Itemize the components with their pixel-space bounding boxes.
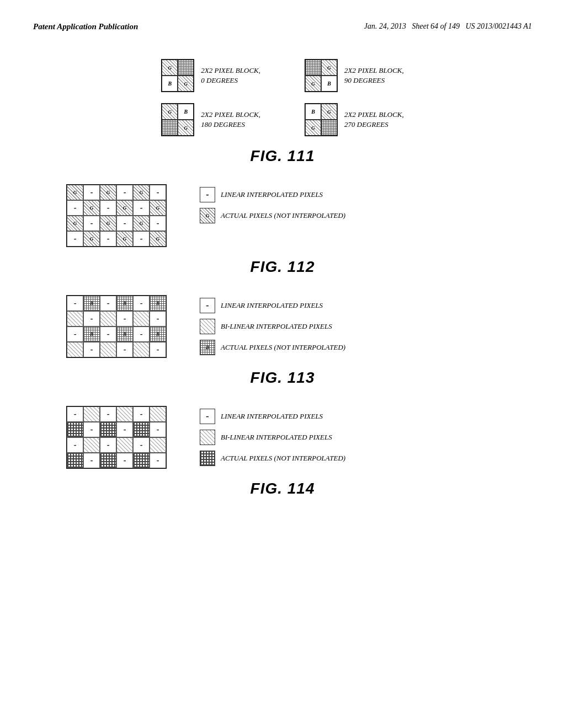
cell-tl-180: G bbox=[162, 104, 178, 120]
cell-tl: G bbox=[162, 60, 178, 76]
pixel-block-180deg-grid: G B G bbox=[161, 103, 194, 136]
pg-cell bbox=[67, 311, 83, 326]
fig111-caption: FIG. 111 bbox=[33, 147, 532, 165]
legend-text-actual-r: ACTUAL PIXELS (NOT INTERPOLATED) bbox=[221, 454, 345, 463]
legend-item-bilinear: BI-LINEAR INTERPOLATED PIXELS bbox=[200, 319, 345, 334]
pg-cell: - bbox=[67, 296, 83, 311]
pg-cell: - bbox=[100, 231, 116, 247]
pg-cell: - bbox=[67, 326, 83, 342]
pg-cell: - bbox=[116, 185, 133, 200]
legend-text-dash: LINEAR INTERPOLATED PIXELS bbox=[221, 301, 323, 310]
pg-cell: - bbox=[83, 311, 100, 326]
header-info: Jan. 24, 2013 Sheet 64 of 149 US 2013/00… bbox=[364, 22, 532, 31]
header-date: Jan. 24, 2013 bbox=[364, 22, 406, 30]
pg-cell bbox=[100, 453, 116, 468]
pg-cell bbox=[100, 342, 116, 357]
legend-item-dash: - LINEAR INTERPOLATED PIXELS bbox=[200, 409, 345, 424]
legend-box-actual-r bbox=[200, 451, 215, 466]
pg-cell: - bbox=[67, 406, 83, 422]
pg-cell: B bbox=[116, 326, 133, 342]
cell-bl-180 bbox=[162, 120, 178, 136]
fig113-grid-section: - B - B - B - - - - B - B - B bbox=[33, 295, 532, 358]
pg-cell: - bbox=[67, 200, 83, 216]
pg-cell: G bbox=[133, 216, 150, 231]
legend-box-dash: - bbox=[200, 298, 215, 313]
pg-cell: G bbox=[67, 185, 83, 200]
fig111-section: G B G 2X2 PIXEL BLOCK,0 DEGREES G G B bbox=[33, 59, 532, 165]
pg-cell: - bbox=[83, 342, 100, 357]
pg-cell bbox=[116, 437, 133, 453]
pg-cell: G bbox=[83, 231, 100, 247]
fig114-grid-section: - - - - - - - - - bbox=[33, 406, 532, 469]
pixel-block-270deg-grid: B G G bbox=[305, 103, 338, 136]
block-270deg-label: 2X2 PIXEL BLOCK,270 DEGREES bbox=[344, 110, 404, 130]
pg-cell bbox=[133, 453, 150, 468]
fig113-legend: - LINEAR INTERPOLATED PIXELS BI-LINEAR I… bbox=[200, 298, 345, 355]
pg-cell: - bbox=[116, 216, 133, 231]
cell-bl-270: G bbox=[305, 120, 321, 136]
pg-cell: - bbox=[133, 437, 150, 453]
legend-text-actual: ACTUAL PIXELS (NOT INTERPOLATED) bbox=[221, 211, 345, 220]
pg-cell bbox=[67, 453, 83, 468]
fig114-section: - - - - - - - - - bbox=[33, 406, 532, 497]
pg-cell: - bbox=[116, 342, 133, 357]
pg-cell: - bbox=[83, 185, 100, 200]
pg-cell: B bbox=[83, 326, 100, 342]
legend-text-actual-b: ACTUAL PIXELS (NOT INTERPOLATED) bbox=[221, 343, 345, 352]
pg-cell: G bbox=[100, 185, 116, 200]
fig114-legend: - LINEAR INTERPOLATED PIXELS BI-LINEAR I… bbox=[200, 409, 345, 466]
cell-tr bbox=[178, 60, 194, 76]
pg-cell bbox=[116, 406, 133, 422]
pg-cell bbox=[100, 311, 116, 326]
pg-cell: G bbox=[150, 200, 166, 216]
pg-cell: B bbox=[83, 296, 100, 311]
pg-cell: - bbox=[133, 296, 150, 311]
pg-cell: - bbox=[100, 437, 116, 453]
fig113-section: - B - B - B - - - - B - B - B bbox=[33, 295, 532, 387]
cell-br: G bbox=[178, 76, 194, 92]
legend-item-actual-r: ACTUAL PIXELS (NOT INTERPOLATED) bbox=[200, 451, 345, 466]
block-180deg: G B G 2X2 PIXEL BLOCK,180 DEGREES bbox=[161, 103, 260, 136]
block-180deg-label: 2X2 PIXEL BLOCK,180 DEGREES bbox=[201, 110, 260, 130]
pg-cell: - bbox=[133, 231, 150, 247]
cell-bl-90: G bbox=[305, 76, 321, 92]
legend-box-dash: - bbox=[200, 187, 215, 202]
page: Patent Application Publication Jan. 24, … bbox=[0, 0, 565, 728]
pg-cell: G bbox=[67, 216, 83, 231]
cell-tr-180: B bbox=[178, 104, 194, 120]
fig112-caption: FIG. 112 bbox=[33, 258, 532, 276]
pg-cell bbox=[150, 406, 166, 422]
pg-cell bbox=[133, 422, 150, 437]
fig112-pixel-grid: G - G - G - - G - G - G G - G - G - bbox=[66, 184, 167, 247]
pg-cell: G bbox=[100, 216, 116, 231]
legend-box-actual-g: G bbox=[200, 208, 215, 223]
cell-tl-90 bbox=[305, 60, 321, 76]
pg-cell: - bbox=[67, 437, 83, 453]
pg-cell: - bbox=[150, 216, 166, 231]
block-90deg: G G B 2X2 PIXEL BLOCK,90 DEGREES bbox=[305, 59, 404, 92]
legend-text-bilinear: BI-LINEAR INTERPOLATED PIXELS bbox=[221, 322, 332, 331]
fig111-row2: G B G 2X2 PIXEL BLOCK,180 DEGREES B G G bbox=[33, 103, 532, 136]
pg-cell: G bbox=[116, 231, 133, 247]
pg-cell: - bbox=[133, 200, 150, 216]
legend-box-dash: - bbox=[200, 409, 215, 424]
fig113-pixel-grid: - B - B - B - - - - B - B - B bbox=[66, 295, 167, 358]
legend-item-actual: G ACTUAL PIXELS (NOT INTERPOLATED) bbox=[200, 208, 345, 223]
pg-cell: - bbox=[83, 422, 100, 437]
pg-cell bbox=[83, 406, 100, 422]
pixel-block-0deg-grid: G B G bbox=[161, 59, 194, 92]
legend-text-dash: LINEAR INTERPOLATED PIXELS bbox=[221, 412, 323, 421]
header-publication-title: Patent Application Publication bbox=[33, 22, 138, 31]
fig112-section: G - G - G - - G - G - G G - G - G - bbox=[33, 184, 532, 276]
pg-cell: - bbox=[83, 216, 100, 231]
cell-tr-270: G bbox=[321, 104, 337, 120]
pg-cell bbox=[100, 422, 116, 437]
pg-cell: G bbox=[83, 200, 100, 216]
pg-cell: B bbox=[116, 296, 133, 311]
pg-cell bbox=[67, 422, 83, 437]
cell-tl-270: B bbox=[305, 104, 321, 120]
pg-cell: - bbox=[116, 453, 133, 468]
pg-cell bbox=[133, 311, 150, 326]
cell-br-180: G bbox=[178, 120, 194, 136]
pg-cell: - bbox=[150, 342, 166, 357]
